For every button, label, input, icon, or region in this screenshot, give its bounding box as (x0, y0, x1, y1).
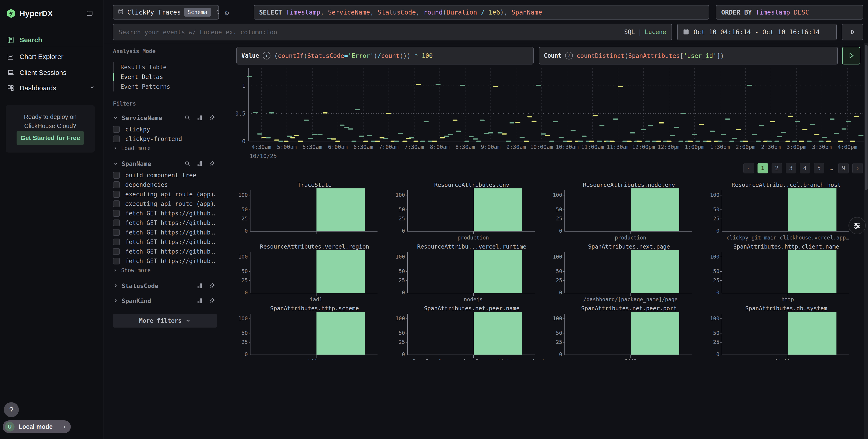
gear-icon[interactable]: ⚙ (223, 9, 231, 16)
scrollbar-track[interactable] (864, 43, 868, 439)
pin-icon[interactable] (209, 298, 215, 304)
attribute-chart-ResourceAttributes.vercel.region[interactable]: ResourceAttributes.vercel.region10050250… (236, 243, 393, 303)
pin-icon[interactable] (209, 283, 215, 289)
filter-value-row[interactable]: dependencies (113, 180, 215, 189)
attribute-chart-SpanAttributes.net.peer.name[interactable]: SpanAttributes.net.peer.name10050250z5nr… (393, 305, 550, 360)
filter-value-row[interactable]: clickpy (113, 125, 215, 134)
sidebar-item-chart-explorer[interactable]: Chart Explorer (0, 50, 103, 63)
chart-icon[interactable] (196, 160, 203, 167)
show-more-link[interactable]: Show more (113, 266, 215, 275)
chart-icon[interactable] (196, 115, 203, 121)
attribute-chart-SpanAttributes.http.client.name[interactable]: SpanAttributes.http.client.name10050250h… (708, 243, 865, 303)
attribute-chart-ResourceAttribu...vercel.runtime[interactable]: ResourceAttribu...vercel.runtime10050250… (393, 243, 550, 303)
filter-section-servicename[interactable]: ServiceName (113, 114, 215, 122)
attribute-chart-ResourceAttributes.env[interactable]: ResourceAttributes.env10050250production (393, 182, 550, 241)
x-tick (788, 355, 788, 358)
attribute-chart-ResourceAttributes.node.env[interactable]: ResourceAttributes.node.env10050250produ… (550, 182, 708, 241)
order-by-input[interactable]: ORDER BY Timestamp DESC (716, 5, 863, 20)
filter-section-statuscode[interactable]: StatusCode (113, 282, 215, 290)
next-page-button[interactable]: › (852, 163, 863, 173)
schema-badge[interactable]: Schema (184, 8, 211, 17)
checkbox[interactable] (113, 239, 120, 245)
count-expression-input[interactable]: Count i countDistinct(SpanAttributes['us… (539, 47, 838, 64)
filter-value-row[interactable]: fetch GET https://github.… (113, 218, 215, 228)
y-tick (563, 333, 565, 333)
checkbox[interactable] (113, 248, 120, 255)
checkbox[interactable] (113, 181, 120, 188)
run-query-button[interactable] (842, 24, 863, 40)
attribute-chart-SpanAttributes.next.page[interactable]: SpanAttributes.next.page10050250/dashboa… (550, 243, 708, 303)
checkbox[interactable] (113, 210, 120, 217)
scrollbar-thumb[interactable] (865, 45, 868, 190)
filter-value-row[interactable]: fetch GET https://github.… (113, 209, 215, 218)
event-deltas-chart[interactable]: 4:30am5:00am5:30am6:00am6:30am7:00am7:30… (236, 66, 865, 160)
search-icon[interactable] (184, 115, 191, 121)
filter-value-row[interactable]: fetch GET https://github.… (113, 247, 215, 256)
checkbox[interactable] (113, 229, 120, 236)
sidebar-item-client-sessions[interactable]: Client Sessions (0, 66, 103, 79)
prev-page-button[interactable]: ‹ (743, 163, 754, 173)
sql-select-input[interactable]: SELECT Timestamp, ServiceName, StatusCod… (254, 5, 709, 20)
page-button-2[interactable]: 2 (772, 163, 782, 173)
sidebar-item-dashboards[interactable]: Dashboards (0, 82, 103, 94)
mode-separator: | (638, 29, 642, 35)
attribute-chart-ResourceAttribu..cel.branch_host[interactable]: ResourceAttribu..cel.branch_host10050250… (708, 182, 865, 241)
page-button-1[interactable]: 1 (757, 163, 768, 173)
filter-section-spanname[interactable]: SpanName (113, 159, 215, 168)
filter-value-row[interactable]: executing api route (app)… (113, 199, 215, 209)
search-icon[interactable] (184, 160, 191, 167)
mode-lucene[interactable]: Lucene (645, 29, 666, 35)
delta-point (506, 141, 511, 142)
page-button-4[interactable]: 4 (800, 163, 810, 173)
delta-point (563, 141, 568, 142)
chart-icon[interactable] (196, 283, 203, 289)
page-button-5[interactable]: 5 (814, 163, 824, 173)
checkbox[interactable] (113, 258, 120, 264)
analysis-mode-event-deltas[interactable]: Event Deltas (114, 72, 215, 82)
attribute-chart-SpanAttributes.net.peer.port[interactable]: SpanAttributes.net.peer.port100502508443 (550, 305, 708, 360)
delta-point (322, 112, 328, 114)
checkbox[interactable] (113, 172, 120, 179)
filter-section-spankind[interactable]: SpanKind (113, 297, 215, 305)
more-filters-button[interactable]: More filters (113, 314, 217, 327)
load-more-link[interactable]: Load more (113, 144, 215, 153)
help-button[interactable]: ? (4, 402, 19, 417)
attribute-chart-SpanAttributes.http.scheme[interactable]: SpanAttributes.http.scheme10050250https (236, 305, 393, 360)
y-tick (249, 342, 250, 343)
attribute-chart-SpanAttributes.db.system[interactable]: SpanAttributes.db.system10050250clickhou… (708, 305, 865, 360)
source-selector[interactable]: ClickPy Traces Schema (113, 5, 219, 20)
local-mode-menu[interactable]: U Local mode › (3, 420, 71, 433)
logo[interactable]: HyperDX (6, 9, 53, 18)
analysis-mode-event-patterns[interactable]: Event Patterns (114, 82, 215, 91)
mode-sql[interactable]: SQL (624, 29, 635, 35)
y-tick (720, 257, 722, 257)
checkbox[interactable] (113, 200, 120, 207)
filter-value-row[interactable]: fetch GET https://github.… (113, 228, 215, 237)
date-range-picker[interactable]: Oct 10 04:16:14 - Oct 10 16:16:14 (677, 24, 837, 40)
checkbox[interactable] (113, 136, 120, 142)
delta-point (570, 130, 576, 131)
checkbox[interactable] (113, 220, 120, 226)
analysis-mode-results-table[interactable]: Results Table (114, 62, 215, 72)
filter-value-row[interactable]: fetch GET https://github.… (113, 256, 215, 266)
checkbox[interactable] (113, 191, 120, 198)
filter-value-row[interactable]: clickpy-frontend (113, 134, 215, 144)
sidebar-collapse-icon[interactable] (86, 10, 93, 17)
filter-value-row[interactable]: executing api route (app)… (113, 189, 215, 199)
filter-value-row[interactable]: fetch GET https://github.… (113, 237, 215, 247)
attribute-chart-TraceState[interactable]: TraceState10050250 (236, 182, 393, 241)
pin-icon[interactable] (209, 115, 215, 121)
search-input[interactable]: Search your events w/ Lucene ex. column:… (113, 24, 672, 40)
filter-value-row[interactable]: build component tree (113, 171, 215, 180)
delta-point (344, 127, 349, 128)
chart-settings-fab[interactable] (848, 217, 866, 234)
sidebar-item-search[interactable]: Search (0, 34, 103, 46)
get-started-button[interactable]: Get Started for Free (17, 131, 84, 145)
page-button-3[interactable]: 3 (786, 163, 796, 173)
page-button-9[interactable]: 9 (838, 163, 849, 173)
value-expression-input[interactable]: Value i (countIf(StatusCode='Error')/cou… (237, 47, 534, 64)
run-analysis-button[interactable] (842, 47, 860, 64)
checkbox[interactable] (113, 126, 120, 133)
chart-icon[interactable] (196, 298, 203, 304)
pin-icon[interactable] (209, 160, 215, 167)
